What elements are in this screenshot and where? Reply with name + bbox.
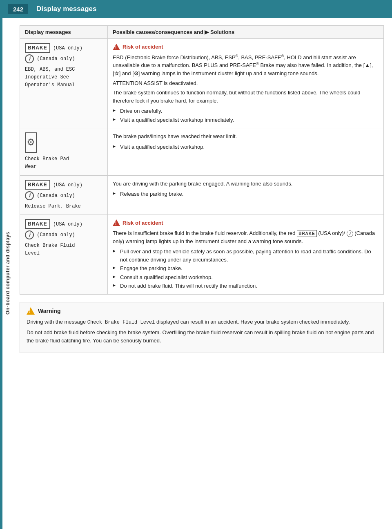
canada-only-label: (Canada only) — [37, 56, 75, 62]
usa-only-label-row3: (USA only) — [53, 182, 82, 188]
col-header-causes-solutions: Possible causes/consequences and ▶ Solut… — [108, 26, 384, 39]
brake-badge-usa-row1: BRAKE (USA only) — [25, 43, 102, 53]
circle-i-icon-row3: 𝑖 — [25, 191, 34, 200]
circle-i-small-icon: 𝑖 — [347, 230, 353, 237]
brake-badge-row3: BRAKE — [25, 180, 50, 190]
brake-system-text: The brake system continues to function n… — [113, 89, 379, 105]
brake-pad-icon-container: ⚙ — [25, 132, 102, 153]
causes-brake-fluid: Risk of accident There is insufficient b… — [108, 215, 384, 294]
circle-i-icon: 𝑖 — [25, 54, 34, 63]
brake-fluid-msg-text: Check Brake FluidLevel — [25, 242, 102, 257]
table-row: ⚙ Check Brake PadWear The brake pads/lin… — [20, 128, 384, 175]
circle-i-icon-row4: 𝑖 — [25, 230, 34, 239]
brake-fluid-bullets: Pull over and stop the vehicle safely as… — [113, 248, 379, 290]
release-park-description: You are driving with the parking brake e… — [113, 180, 379, 188]
ebd-bullets: Drive on carefully. Visit a qualified sp… — [113, 107, 379, 124]
causes-release-park: You are driving with the parking brake e… — [108, 175, 384, 215]
display-msg-ebd: BRAKE (USA only) 𝑖 (Canada only) EBD, AB… — [20, 39, 108, 128]
bullet-engage-parking: Engage the parking brake. — [113, 264, 379, 273]
usa-only-label: (USA only) — [53, 45, 82, 51]
bullet-release-brake: Release the parking brake. — [113, 190, 379, 198]
causes-brake-pad: The brake pads/linings have reached thei… — [108, 128, 384, 175]
warning-para2: Do not add brake fluid before checking t… — [27, 329, 377, 345]
warning-triangle-icon: ! — [27, 307, 35, 315]
brake-badge: BRAKE — [25, 43, 50, 53]
usa-only-label-row4: (USA only) — [53, 221, 82, 227]
canada-only-label-row4: (Canada only) — [37, 232, 75, 238]
bullet-visit-workshop-row1: Visit a qualified specialist workshop im… — [113, 116, 379, 124]
brake-pad-msg-text: Check Brake PadWear — [25, 155, 102, 171]
display-msg-release-park: BRAKE (USA only) 𝑖 (Canada only) Release… — [20, 175, 108, 215]
table-row: BRAKE (USA only) 𝑖 (Canada only) EBD, AB… — [20, 39, 384, 128]
table-row: BRAKE (USA only) 𝑖 (Canada only) Release… — [20, 175, 384, 215]
risk-text-row4: Risk of accident — [122, 219, 163, 227]
bullet-visit-workshop-row2: Visit a qualified specialist workshop. — [113, 143, 379, 151]
brake-badge-usa-row4: BRAKE (USA only) — [25, 219, 102, 229]
release-park-msg-text: Release Park. Brake — [25, 203, 102, 210]
header-title: Display messages — [36, 5, 96, 13]
brake-badge-row4: BRAKE — [25, 219, 50, 229]
page-number: 242 — [8, 4, 28, 14]
canada-only-row3: 𝑖 (Canada only) — [25, 191, 102, 200]
display-messages-table: Display messages Possible causes/consequ… — [20, 25, 384, 295]
bullet-pull-over: Pull over and stop the vehicle safely as… — [113, 248, 379, 264]
display-msg-brake-fluid: BRAKE (USA only) 𝑖 (Canada only) Check B… — [20, 215, 108, 294]
brake-pad-wear-icon: ⚙ — [25, 132, 37, 153]
table-row: BRAKE (USA only) 𝑖 (Canada only) Check B… — [20, 215, 384, 294]
ebd-msg-text: EBD, ABS, and ESCInoperative SeeOperator… — [25, 66, 102, 89]
main-content: Display messages Possible causes/consequ… — [16, 18, 392, 529]
bullet-no-brake-fluid: Do not add brake fluid. This will not re… — [113, 282, 379, 290]
risk-of-accident-row4: Risk of accident — [113, 219, 379, 227]
warning-box: ! Warning Driving with the message Check… — [20, 302, 384, 353]
warning-para1: Driving with the message Check Brake Flu… — [27, 318, 377, 326]
risk-of-accident-row1: Risk of accident — [113, 43, 379, 51]
bullet-drive-carefully: Drive on carefully. — [113, 107, 379, 115]
col-header-display-messages: Display messages — [20, 26, 108, 39]
canada-only-row1: 𝑖 (Canada only) — [25, 54, 102, 63]
brake-badge-usa-row3: BRAKE (USA only) — [25, 180, 102, 190]
display-msg-brake-pad: ⚙ Check Brake PadWear — [20, 128, 108, 175]
ebd-description: EBD (Electronic Brake force Distribution… — [113, 54, 379, 78]
warning-title-text: Warning — [38, 308, 60, 314]
attention-assist-text: ATTENTION ASSIST is deactivated. — [113, 79, 379, 87]
release-park-bullets: Release the parking brake. — [113, 190, 379, 198]
risk-triangle-icon-row4 — [113, 219, 120, 226]
causes-ebd: Risk of accident EBD (Electronic Brake f… — [108, 39, 384, 128]
sidebar: On-board computer and displays — [0, 18, 16, 529]
sidebar-label: On-board computer and displays — [5, 232, 11, 315]
brake-fluid-description: There is insufficient brake fluid in the… — [113, 229, 379, 245]
brake-inline-badge: BRAKE — [297, 230, 317, 237]
canada-only-row4: 𝑖 (Canada only) — [25, 230, 102, 239]
bullet-consult-workshop: Consult a qualified specialist workshop. — [113, 273, 379, 282]
warning-box-title: ! Warning — [27, 307, 377, 315]
header-bar: 242 Display messages — [0, 0, 392, 18]
risk-triangle-icon — [113, 44, 120, 50]
brake-pad-description: The brake pads/linings have reached thei… — [113, 132, 379, 141]
page-layout: On-board computer and displays Display m… — [0, 18, 392, 529]
risk-text-row1: Risk of accident — [122, 43, 163, 51]
sidebar-accent-bar — [0, 18, 2, 529]
warning-mono-text: Check Brake Fluid Level — [87, 320, 155, 325]
canada-only-label-row3: (Canada only) — [37, 193, 75, 199]
brake-pad-bullets: Visit a qualified specialist workshop. — [113, 143, 379, 151]
